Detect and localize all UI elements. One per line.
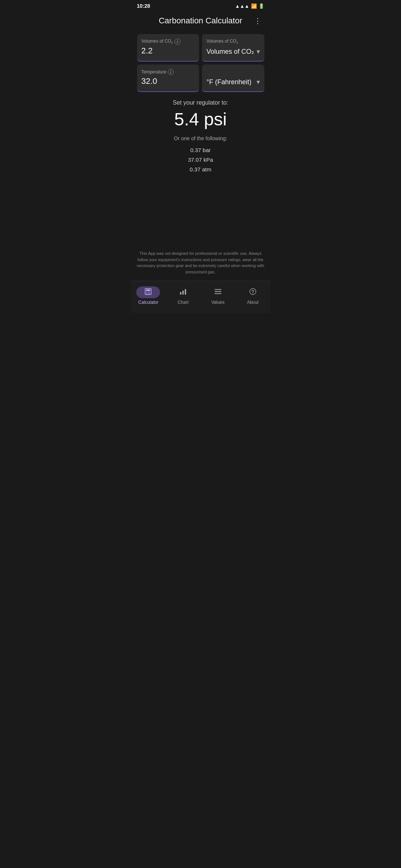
svg-rect-1 [146,289,150,291]
nav-chart-label: Chart [177,300,188,305]
volumes-co2-value[interactable]: 2.2 [141,46,195,56]
status-bar: 10:28 ▲▲▲ 📶 🔋 [131,0,270,10]
status-icons: ▲▲▲ 📶 🔋 [235,3,264,9]
temperature-dropdown-row: °F (Fahrenheit) ▾ [206,78,260,86]
volumes-co2-label-text: Volumes of CO2 [141,39,173,45]
temperature-dropdown-value: °F (Fahrenheit) [206,78,257,86]
nav-chart-icon-bg [171,286,195,298]
battery-icon: 🔋 [258,3,264,9]
volumes-co2-dropdown-value: Volumes of CO₂ [206,47,257,56]
alt-value-kpa: 37.07 kPa [188,155,213,164]
or-following-label: Or one of the following: [137,135,264,141]
signal-icon: ▲▲▲ [235,3,250,9]
wifi-icon: 📶 [251,3,257,9]
nav-values-label: Values [211,300,225,305]
volumes-co2-dropdown-card[interactable]: Volumes of CO2 Volumes of CO₂ ▾ [202,34,264,62]
temperature-row: Temperature i 32.0 °F (Fahrenheit) ▾ [137,65,264,92]
svg-rect-8 [180,292,182,294]
svg-rect-10 [185,289,186,295]
temperature-input-card[interactable]: Temperature i 32.0 [137,65,199,92]
disclaimer-text: This App was not designed for profession… [131,244,270,281]
nav-item-calculator[interactable]: Calculator [131,284,166,307]
svg-point-3 [148,292,149,292]
result-section: Set your regulator to: 5.4 psi Or one of… [137,99,264,174]
temperature-info-icon[interactable]: i [168,69,174,75]
volumes-co2-dropdown-label: Volumes of CO2 [206,39,238,45]
bottom-nav: Calculator Chart Values [131,281,270,313]
status-time: 10:28 [137,3,150,9]
svg-point-5 [146,293,147,294]
volumes-co2-info-icon[interactable]: i [175,39,180,45]
alt-value-bar: 0.37 bar [190,146,211,155]
nav-values-icon-bg [206,286,230,298]
volumes-co2-dropdown-arrow[interactable]: ▾ [257,47,260,56]
nav-item-chart[interactable]: Chart [166,284,200,307]
nav-about-label: About [247,300,258,305]
chart-icon [179,287,187,297]
nav-calculator-label: Calculator [138,300,158,305]
values-icon [214,287,222,297]
svg-point-2 [146,292,147,292]
temperature-label-text: Temperature [141,69,166,75]
more-options-button[interactable]: ⋮ [251,14,264,27]
co2-row: Volumes of CO2 i 2.2 Volumes of CO2 Volu… [137,34,264,62]
temperature-dropdown-arrow[interactable]: ▾ [257,78,260,86]
svg-point-7 [149,293,150,294]
nav-item-about[interactable]: ? About [235,284,270,307]
nav-about-icon-bg: ? [241,286,265,298]
svg-rect-9 [182,290,184,295]
svg-point-4 [149,292,150,292]
header: Carbonation Calculator ⋮ [131,10,270,31]
main-result-value: 5.4 psi [137,109,264,129]
nav-calculator-icon-bg [136,286,160,298]
svg-text:?: ? [251,289,254,294]
about-icon: ? [249,287,257,297]
volumes-co2-input-card[interactable]: Volumes of CO2 i 2.2 [137,34,199,62]
main-content: Volumes of CO2 i 2.2 Volumes of CO2 Volu… [131,31,270,244]
volumes-co2-input-label: Volumes of CO2 i [141,39,195,45]
calculator-icon [144,287,152,297]
temperature-dropdown-card[interactable]: °F (Fahrenheit) ▾ [202,65,264,92]
temperature-input-label: Temperature i [141,69,195,75]
set-regulator-label: Set your regulator to: [137,99,264,106]
alt-value-atm: 0.37 atm [190,165,211,174]
alt-values-list: 0.37 bar 37.07 kPa 0.37 atm [137,146,264,174]
page-title: Carbonation Calculator [150,16,251,26]
temperature-value[interactable]: 32.0 [141,76,195,86]
nav-item-values[interactable]: Values [200,284,235,307]
svg-point-6 [148,293,149,294]
volumes-co2-dropdown-row: Volumes of CO₂ ▾ [206,47,260,56]
disclaimer-content: This App was not designed for profession… [137,251,264,274]
